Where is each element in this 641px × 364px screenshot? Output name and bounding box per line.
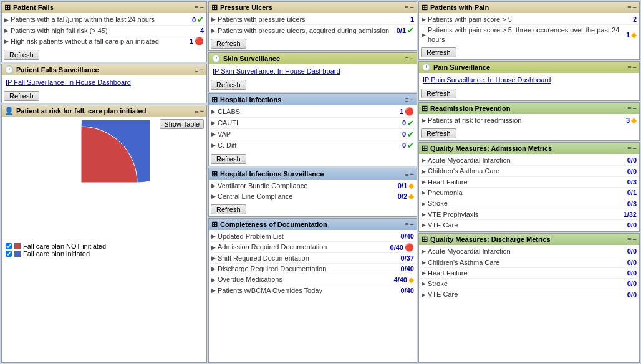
widget-controls[interactable]: ≡ − xyxy=(195,107,204,115)
widget-controls[interactable]: ≡ − xyxy=(195,66,204,74)
refresh-button[interactable]: Refresh xyxy=(211,80,246,90)
widget-controls[interactable]: ≡ − xyxy=(405,221,414,228)
menu-control[interactable]: ≡ xyxy=(627,105,631,112)
expand-arrow[interactable]: ▶ xyxy=(211,266,216,272)
hospital-infections-header: ⊞ Hospital Infections ≡ − xyxy=(209,94,417,105)
pain-surveillance-title: Pain Surveillance xyxy=(433,64,490,71)
menu-control[interactable]: ≡ xyxy=(627,4,631,11)
expand-arrow[interactable]: ▶ xyxy=(211,244,216,251)
minus-control[interactable]: − xyxy=(633,236,637,243)
expand-arrow[interactable]: ▶ xyxy=(211,108,216,115)
pain-surveillance-link[interactable]: IP Pain Surveillance: In House Dashboard xyxy=(420,74,638,85)
expand-arrow[interactable]: ▶ xyxy=(422,157,426,163)
expand-arrow[interactable]: ▶ xyxy=(422,189,426,196)
expand-arrow[interactable]: ▶ xyxy=(211,120,216,126)
refresh-button[interactable]: Refresh xyxy=(211,154,246,164)
menu-control[interactable]: ≡ xyxy=(405,4,408,11)
expand-arrow[interactable]: ▶ xyxy=(211,233,216,239)
list-item: ▶ Ventilator Bundle Compliance 0/1 ◆ xyxy=(210,181,415,191)
minus-control[interactable]: − xyxy=(410,221,414,228)
minus-control[interactable]: − xyxy=(410,96,414,103)
expand-arrow[interactable]: ▶ xyxy=(211,16,216,22)
show-table-button[interactable]: Show Table xyxy=(160,119,204,129)
legend-checkbox-initiated[interactable] xyxy=(6,251,12,257)
expand-arrow[interactable]: ▶ xyxy=(422,168,426,175)
expand-arrow[interactable]: ▶ xyxy=(211,131,216,137)
expand-arrow[interactable]: ▶ xyxy=(422,259,426,266)
expand-arrow[interactable]: ▶ xyxy=(422,201,426,207)
minus-control[interactable]: − xyxy=(200,107,204,115)
expand-arrow[interactable]: ▶ xyxy=(422,117,426,123)
minus-control[interactable]: − xyxy=(633,105,637,112)
expand-arrow[interactable]: ▶ xyxy=(4,27,9,34)
widget-controls[interactable]: ≡ − xyxy=(405,96,414,103)
minus-control[interactable]: − xyxy=(200,4,204,11)
refresh-button[interactable]: Refresh xyxy=(4,50,39,60)
menu-control[interactable]: ≡ xyxy=(195,66,198,74)
expand-arrow[interactable]: ▶ xyxy=(422,248,426,254)
completeness-documentation-widget: ⊞ Completeness of Documentation ≡ − ▶ Up… xyxy=(208,218,417,363)
widget-controls[interactable]: ≡ − xyxy=(627,145,637,152)
quality-measures-admission-widget: ⊞ Quality Measures: Admission Metrics ≡ … xyxy=(418,142,640,232)
menu-control[interactable]: ≡ xyxy=(405,221,408,228)
minus-control[interactable]: − xyxy=(633,145,637,152)
expand-arrow[interactable]: ▶ xyxy=(422,32,426,38)
refresh-button[interactable]: Refresh xyxy=(211,39,246,49)
expand-arrow[interactable]: ▶ xyxy=(422,270,426,276)
skin-surveillance-link[interactable]: IP Skin Surveillance: In House Dashboard xyxy=(210,65,415,77)
widget-controls[interactable]: ≡ − xyxy=(627,105,637,112)
menu-control[interactable]: ≡ xyxy=(195,107,198,115)
list-item: ▶ Patients w/BCMA Overrides Today 0/40 xyxy=(210,285,415,295)
expand-arrow[interactable]: ▶ xyxy=(211,183,216,189)
widget-controls[interactable]: ≡ − xyxy=(405,4,414,11)
expand-arrow[interactable]: ▶ xyxy=(422,179,426,185)
refresh-button[interactable]: Refresh xyxy=(421,47,456,57)
refresh-button[interactable]: Refresh xyxy=(421,89,456,98)
expand-arrow[interactable]: ▶ xyxy=(211,193,216,199)
widget-controls[interactable]: ≡ − xyxy=(405,170,414,178)
menu-control[interactable]: ≡ xyxy=(627,145,631,152)
expand-arrow[interactable]: ▶ xyxy=(211,142,216,148)
refresh-button[interactable]: Refresh xyxy=(421,128,456,138)
list-item: ▶ Patients with a fall/jump within the l… xyxy=(3,14,205,26)
expand-arrow[interactable]: ▶ xyxy=(211,27,216,34)
menu-control[interactable]: ≡ xyxy=(195,4,198,11)
check-icon: ✔ xyxy=(407,26,414,35)
widget-controls[interactable]: ≡ − xyxy=(405,55,414,62)
surveillance-link[interactable]: IP Fall Surveillance: In House Dashboard xyxy=(3,77,205,88)
expand-arrow[interactable]: ▶ xyxy=(211,287,216,294)
widget-controls[interactable]: ≡ − xyxy=(195,4,204,11)
widget-controls[interactable]: ≡ − xyxy=(627,236,637,243)
minus-control[interactable]: − xyxy=(410,4,414,11)
refresh-button[interactable]: Refresh xyxy=(211,204,246,214)
list-item: ▶ Heart Failure 0/3 xyxy=(420,177,638,188)
list-item: ▶ Central Line Compliance 0/2 ◆ xyxy=(210,191,415,201)
minus-control[interactable]: − xyxy=(633,64,637,71)
expand-arrow[interactable]: ▶ xyxy=(422,222,426,228)
expand-arrow[interactable]: ▶ xyxy=(422,16,426,22)
widget-controls[interactable]: ≡ − xyxy=(627,64,637,71)
expand-arrow[interactable]: ▶ xyxy=(422,280,426,287)
menu-control[interactable]: ≡ xyxy=(405,55,408,62)
expand-arrow[interactable]: ▶ xyxy=(4,17,9,23)
menu-control[interactable]: ≡ xyxy=(627,236,631,243)
refresh-button[interactable]: Refresh xyxy=(4,91,39,101)
minus-control[interactable]: − xyxy=(200,66,204,74)
minus-control[interactable]: − xyxy=(633,4,637,11)
minus-control[interactable]: − xyxy=(410,55,414,62)
pain-surveillance-body: IP Pain Surveillance: In House Dashboard xyxy=(419,73,639,87)
expand-arrow[interactable]: ▶ xyxy=(4,38,9,44)
legend-checkbox-not-initiated[interactable] xyxy=(6,243,12,249)
skin-surveillance-title: Skin Surveillance xyxy=(223,55,280,62)
minus-control[interactable]: − xyxy=(410,170,414,178)
pain-surveillance-header: 🕐 Pain Surveillance ≡ − xyxy=(419,62,639,73)
menu-control[interactable]: ≡ xyxy=(405,170,408,178)
expand-arrow[interactable]: ▶ xyxy=(422,292,426,298)
expand-arrow[interactable]: ▶ xyxy=(211,277,216,283)
widget-controls[interactable]: ≡ − xyxy=(627,4,637,11)
menu-control[interactable]: ≡ xyxy=(627,64,631,71)
list-item: ▶ Acute Myocardial Infarction 0/0 xyxy=(420,155,638,166)
expand-arrow[interactable]: ▶ xyxy=(211,255,216,261)
menu-control[interactable]: ≡ xyxy=(405,96,408,103)
expand-arrow[interactable]: ▶ xyxy=(422,211,426,218)
